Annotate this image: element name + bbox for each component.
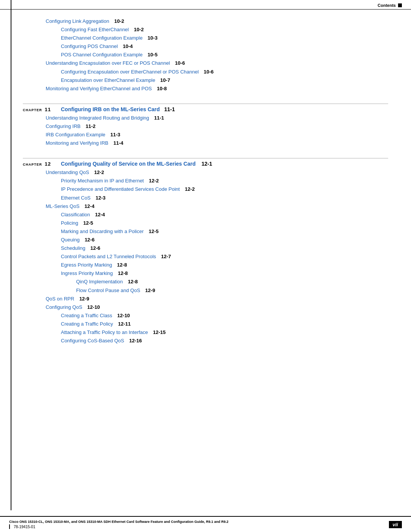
toc-link[interactable]: Configuring Encapsulation over EtherChan… <box>61 68 199 76</box>
toc-row: Policing 12-5 <box>23 219 388 227</box>
toc-link[interactable]: Configuring POS Channel <box>61 42 118 51</box>
toc-link[interactable]: Encapsulation over EtherChannel Example <box>61 76 155 85</box>
toc-page: 12-8 <box>115 269 128 278</box>
toc-page: 12-10 <box>115 312 130 320</box>
toc-link[interactable]: QoS on RPR <box>46 295 74 303</box>
toc-link[interactable]: IP Precedence and Differentiated Service… <box>61 185 180 193</box>
toc-page: 12-5 <box>81 219 93 227</box>
toc-row: IP Precedence and Differentiated Service… <box>23 185 388 193</box>
toc-row: Configuring Link Aggregation 10-2 <box>23 17 388 26</box>
toc-link[interactable]: Egress Priority Marking <box>61 261 112 269</box>
toc-row: Attaching a Traffic Policy to an Interfa… <box>23 328 388 337</box>
toc-link[interactable]: IRB Configuration Example <box>46 131 105 139</box>
toc-link[interactable]: ML-Series QoS <box>46 202 80 211</box>
toc-row: Understanding Encapsulation over FEC or … <box>23 59 388 67</box>
toc-link[interactable]: Configuring Link Aggregation <box>46 17 109 26</box>
toc-link[interactable]: Configuring IRB <box>46 122 81 131</box>
toc-page: 12-2 <box>146 177 159 185</box>
toc-link[interactable]: Ingress Priority Marking <box>61 269 113 278</box>
toc-row: Configuring QoS 12-10 <box>23 303 388 312</box>
toc-link[interactable]: Understanding QoS <box>46 168 89 177</box>
toc-page: 12-8 <box>114 261 127 269</box>
toc-row: Classification 12-4 <box>23 211 388 219</box>
chapter-11-title-link[interactable]: Configuring IRB on the ML-Series Card <box>61 106 160 112</box>
toc-page: 12-16 <box>126 337 142 345</box>
chapter-11-heading: chapter 11 Configuring IRB on the ML-Ser… <box>23 104 388 112</box>
header-contents-label: Contents <box>378 3 396 8</box>
footer-docnum: 78-19415-01 <box>9 524 228 529</box>
toc-page: 12-3 <box>93 194 105 202</box>
toc-link[interactable]: Ethernet CoS <box>61 194 91 202</box>
chapter-12-title-link[interactable]: Configuring Quality of Service on the ML… <box>61 161 196 167</box>
toc-page: 10-4 <box>120 42 133 51</box>
toc-link[interactable]: Monitoring and Verifying EtherChannel an… <box>46 85 152 93</box>
toc-row: Monitoring and Verifying EtherChannel an… <box>23 85 388 93</box>
toc-page: 10-7 <box>158 76 170 85</box>
toc-link[interactable]: Scheduling <box>61 244 85 252</box>
ch11-section: Understanding Integrated Routing and Bri… <box>23 114 388 147</box>
toc-link[interactable]: Creating a Traffic Policy <box>61 320 113 328</box>
toc-page: 12-8 <box>125 278 138 286</box>
toc-link[interactable]: Configuring QoS <box>46 303 82 312</box>
toc-page: 12-6 <box>82 236 94 244</box>
toc-row: Configuring Encapsulation over EtherChan… <box>23 68 388 76</box>
toc-row: IRB Configuration Example 11-3 <box>23 131 388 139</box>
toc-page: 11-3 <box>108 131 120 139</box>
chapter-11-page: 11-1 <box>164 106 175 112</box>
toc-link[interactable]: Configuring CoS-Based QoS <box>61 337 124 345</box>
toc-page: 12-6 <box>88 244 100 252</box>
toc-link[interactable]: Priority Mechanism in IP and Ethernet <box>61 177 144 185</box>
footer-left-bar-icon <box>9 524 10 529</box>
toc-row: Priority Mechanism in IP and Ethernet 12… <box>23 177 388 185</box>
left-vertical-rule <box>11 0 11 510</box>
toc-row: QoS on RPR 12-9 <box>23 295 388 303</box>
toc-page: 12-15 <box>150 328 166 337</box>
toc-row: Configuring CoS-Based QoS 12-16 <box>23 337 388 345</box>
toc-page: 12-4 <box>92 211 105 219</box>
ch10-section: Configuring Link Aggregation 10-2 Config… <box>23 17 388 93</box>
header-square-icon <box>398 3 402 7</box>
toc-link[interactable]: POS Channel Configuration Example <box>61 51 143 59</box>
toc-link[interactable]: QinQ Implementation <box>76 278 123 286</box>
toc-link[interactable]: Understanding Encapsulation over FEC or … <box>46 59 170 67</box>
toc-page: 11-4 <box>111 139 123 147</box>
toc-link[interactable]: Flow Control Pause and QoS <box>76 286 140 295</box>
toc-page: 12-5 <box>146 227 158 236</box>
toc-link[interactable]: Classification <box>61 211 90 219</box>
toc-page: 12-9 <box>76 295 89 303</box>
toc-page: 10-5 <box>145 51 158 59</box>
toc-page: 12-2 <box>91 168 104 177</box>
toc-row: Control Packets and L2 Tunneled Protocol… <box>23 252 388 261</box>
toc-link[interactable]: Attaching a Traffic Policy to an Interfa… <box>61 328 148 337</box>
toc-link[interactable]: Monitoring and Verifying IRB <box>46 139 108 147</box>
toc-row: Encapsulation over EtherChannel Example … <box>23 76 388 85</box>
toc-link[interactable]: Policing <box>61 219 78 227</box>
toc-link[interactable]: Control Packets and L2 Tunneled Protocol… <box>61 252 156 261</box>
toc-page: 11-2 <box>83 122 96 131</box>
toc-row: Queuing 12-6 <box>23 236 388 244</box>
toc-row: Ingress Priority Marking 12-8 <box>23 269 388 278</box>
toc-row: Configuring IRB 11-2 <box>23 122 388 131</box>
footer-title: Cisco ONS 15310-CL, ONS 15310-MA, and ON… <box>9 520 228 524</box>
ch12-section: Understanding QoS 12-2 Priority Mechanis… <box>23 168 388 345</box>
page-header: Contents <box>0 0 411 10</box>
chapter-12-page: 12-1 <box>200 161 212 167</box>
chapter-12-heading: chapter 12 Configuring Quality of Servic… <box>23 158 388 167</box>
toc-row: Ethernet CoS 12-3 <box>23 194 388 202</box>
toc-link[interactable]: Creating a Traffic Class <box>61 312 112 320</box>
toc-page: 10-6 <box>201 68 213 76</box>
chapter-label: chapter 11 <box>23 107 61 112</box>
toc-row: POS Channel Configuration Example 10-5 <box>23 51 388 59</box>
toc-row: Marking and Discarding with a Policer 12… <box>23 227 388 236</box>
toc-row: Understanding QoS 12-2 <box>23 168 388 177</box>
toc-link[interactable]: Marking and Discarding with a Policer <box>61 227 143 236</box>
toc-page: 12-7 <box>158 252 171 261</box>
toc-page: 10-3 <box>145 34 158 42</box>
page-footer: Cisco ONS 15310-CL, ONS 15310-MA, and ON… <box>0 516 411 532</box>
toc-link[interactable]: Queuing <box>61 236 80 244</box>
toc-link[interactable]: Configuring Fast EtherChannel <box>61 26 129 34</box>
chapter-label: chapter 12 <box>23 161 61 167</box>
toc-page: 12-9 <box>142 286 155 295</box>
toc-link[interactable]: Understanding Integrated Routing and Bri… <box>46 114 149 122</box>
toc-link[interactable]: EtherChannel Configuration Example <box>61 34 143 42</box>
